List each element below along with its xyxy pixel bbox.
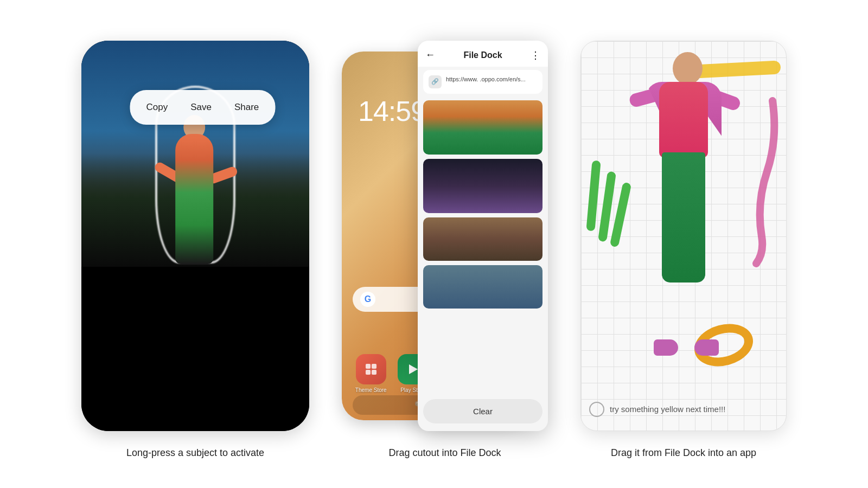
svg-rect-3: [372, 370, 376, 375]
google-g-icon: G: [360, 292, 375, 307]
comment-avatar: [589, 402, 604, 417]
file-dock-header: ← File Dock ⋮: [418, 41, 548, 67]
file-dock-panel: ← File Dock ⋮ 🔗 https://www. .oppo.com/e…: [418, 41, 548, 431]
p3-legs: [662, 152, 705, 282]
panel-3-caption: Drag it from File Dock into an app: [611, 447, 756, 459]
panel-2: 14:59 G Theme Store Play: [342, 41, 548, 459]
panel-3: try something yellow next time!!! Drag i…: [580, 41, 787, 459]
homescreen-time: 14:59: [358, 95, 426, 127]
person-body: [175, 134, 213, 264]
image-thumb-woman[interactable]: [423, 217, 542, 261]
phone-mockup-1: Copy Save Share: [81, 41, 309, 431]
main-container: Copy Save Share Long-press a subject to …: [0, 19, 868, 470]
save-button[interactable]: Save: [180, 98, 222, 117]
phone-mockup-2: 14:59 G Theme Store Play: [342, 41, 548, 431]
app-icon-theme-store[interactable]: Theme Store: [353, 354, 390, 393]
image-list: [418, 97, 548, 395]
svg-rect-2: [366, 370, 371, 375]
back-arrow-icon[interactable]: ←: [425, 49, 435, 61]
copy-button[interactable]: Copy: [135, 98, 178, 117]
black-bottom-area: [81, 267, 309, 431]
panel-1-caption: Long-press a subject to activate: [126, 447, 264, 459]
panel-1: Copy Save Share Long-press a subject to …: [81, 41, 309, 459]
phone-mockup-3: try something yellow next time!!!: [580, 41, 787, 431]
file-dock-title: File Dock: [463, 50, 502, 60]
theme-store-icon: [356, 354, 386, 384]
svg-rect-0: [366, 364, 371, 369]
p3-head: [673, 52, 703, 85]
p3-shoe-right: [694, 339, 719, 356]
file-dock-url-item[interactable]: 🔗 https://www. .oppo.com/en/s...: [423, 70, 542, 94]
clear-button[interactable]: Clear: [423, 399, 542, 423]
url-text: https://www. .oppo.com/en/s...: [446, 75, 526, 84]
image-thumb-man[interactable]: [423, 265, 542, 309]
p3-shoe-left: [654, 339, 678, 356]
more-options-icon[interactable]: ⋮: [531, 49, 540, 61]
image-thumb-legs[interactable]: [423, 100, 542, 155]
panel-2-caption: Drag cutout into File Dock: [388, 447, 501, 459]
p3-torso: [659, 82, 708, 158]
share-button[interactable]: Share: [224, 98, 270, 117]
svg-rect-1: [372, 364, 376, 369]
context-menu: Copy Save Share: [130, 90, 275, 125]
theme-store-label: Theme Store: [355, 387, 387, 393]
person-figure-3: [629, 52, 738, 356]
svg-marker-4: [409, 364, 418, 374]
image-thumb-group[interactable]: [423, 159, 542, 213]
link-icon: 🔗: [429, 75, 442, 88]
comment-text: try something yellow next time!!!: [610, 404, 725, 414]
comment-area: try something yellow next time!!!: [589, 402, 778, 417]
photo-area: Copy Save Share: [81, 41, 309, 267]
